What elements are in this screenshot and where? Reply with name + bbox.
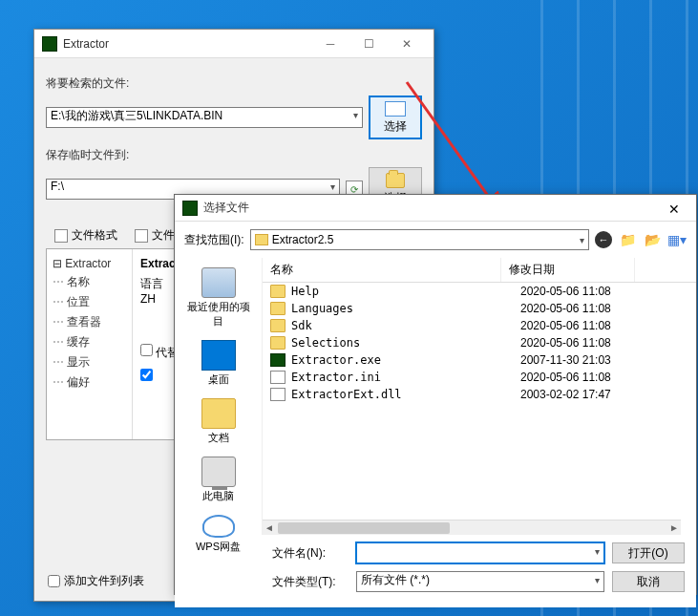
- file-row[interactable]: Help2020-05-06 11:08: [263, 283, 696, 300]
- place-recent[interactable]: 最近使用的项目: [180, 264, 257, 332]
- search-file-label: 将要检索的文件:: [46, 75, 422, 92]
- file-name: Selections: [291, 336, 513, 350]
- app-icon: [42, 36, 57, 52]
- file-date: 2007-11-30 21:03: [513, 353, 646, 367]
- minimize-button[interactable]: ─: [311, 31, 349, 57]
- add-to-list-checkbox[interactable]: [48, 575, 60, 587]
- file-name: Extractor.exe: [291, 353, 513, 367]
- file-name: Extractor.ini: [291, 371, 513, 384]
- tree-item-name[interactable]: 名称: [53, 272, 126, 292]
- tree-item-viewer[interactable]: 查看器: [53, 312, 126, 332]
- main-titlebar: Extractor ─ ☐ ✕: [34, 30, 434, 58]
- search-path-input[interactable]: E:\我的游戏\真三5\LINKDATA.BIN: [46, 107, 363, 128]
- open-button[interactable]: 打开(O): [612, 542, 685, 563]
- horizontal-scrollbar[interactable]: [263, 520, 681, 535]
- place-documents[interactable]: 文档: [180, 394, 257, 449]
- pc-icon: [201, 457, 236, 487]
- tree-item-preference[interactable]: 偏好: [53, 372, 126, 393]
- documents-icon: [201, 398, 236, 429]
- exe-icon: [270, 353, 286, 367]
- file-date: 2020-05-06 11:08: [513, 302, 646, 315]
- column-name[interactable]: 名称: [263, 258, 501, 282]
- options-tree: ⊟ Extractor 名称 位置 查看器 缓存 显示 偏好: [47, 249, 133, 439]
- column-date[interactable]: 修改日期: [501, 258, 635, 282]
- ini-icon: [270, 371, 286, 384]
- back-button[interactable]: ←: [595, 231, 612, 248]
- tree-item-display[interactable]: 显示: [53, 352, 126, 372]
- place-thispc[interactable]: 此电脑: [180, 453, 257, 507]
- dialog-close-button[interactable]: ✕: [660, 199, 688, 220]
- file-row[interactable]: Languages2020-05-06 11:08: [263, 300, 696, 317]
- lookin-label: 查找范围(I):: [184, 232, 244, 248]
- list-header: 名称 修改日期: [263, 258, 696, 283]
- dialog-toolbar: 查找范围(I): Extractor2.5 ▾ ← 📁 📂 ▦▾: [175, 222, 696, 258]
- tree-item-location[interactable]: 位置: [53, 292, 126, 312]
- file-name: Languages: [291, 302, 513, 315]
- folder-icon: [270, 336, 286, 350]
- add-to-list-label: 添加文件到列表: [64, 573, 144, 589]
- dll-icon: [270, 388, 286, 401]
- file-date: 2020-05-06 11:08: [513, 319, 646, 332]
- envelope-icon: [385, 101, 406, 117]
- page-icon: [54, 229, 68, 243]
- filetype-label: 文件类型(T):: [272, 574, 349, 590]
- file-date: 2020-05-06 11:08: [513, 371, 646, 384]
- folder-icon: [270, 302, 286, 315]
- dialog-title: 选择文件: [203, 200, 688, 216]
- new-folder-button[interactable]: 📂: [643, 230, 662, 249]
- place-desktop[interactable]: 桌面: [180, 336, 257, 391]
- close-button[interactable]: ✕: [388, 31, 426, 57]
- file-row[interactable]: Sdk2020-05-06 11:08: [263, 317, 696, 334]
- folder-open-icon: [386, 173, 405, 188]
- file-list: 名称 修改日期 Help2020-05-06 11:08Languages202…: [263, 258, 696, 535]
- checkbox-2[interactable]: [140, 369, 153, 381]
- file-open-dialog: 选择文件 ✕ 查找范围(I): Extractor2.5 ▾ ← 📁 📂 ▦▾ …: [174, 194, 697, 595]
- folder-icon: [270, 319, 286, 332]
- replace-checkbox[interactable]: [140, 344, 153, 356]
- cancel-button[interactable]: 取消: [612, 571, 685, 592]
- file-date: 2003-02-02 17:47: [513, 388, 646, 401]
- dialog-app-icon: [182, 201, 198, 216]
- file-row[interactable]: Selections2020-05-06 11:08: [263, 334, 696, 351]
- filetype-combo[interactable]: 所有文件 (*.*): [356, 571, 604, 592]
- file-row[interactable]: ExtractorExt.dll2003-02-02 17:47: [263, 386, 696, 403]
- file-date: 2020-05-06 11:08: [513, 336, 646, 350]
- file-date: 2020-05-06 11:08: [513, 285, 646, 298]
- location-combo[interactable]: Extractor2.5 ▾: [250, 229, 589, 250]
- window-title: Extractor: [63, 37, 311, 51]
- maximize-button[interactable]: ☐: [349, 31, 388, 57]
- folder-icon: [270, 285, 286, 298]
- tree-item-cache[interactable]: 缓存: [53, 332, 126, 352]
- file-name: ExtractorExt.dll: [291, 388, 513, 401]
- view-menu-button[interactable]: ▦▾: [667, 230, 687, 249]
- filename-label: 文件名(N):: [272, 545, 349, 562]
- recent-icon: [201, 267, 236, 298]
- place-wps[interactable]: WPS网盘: [180, 511, 257, 558]
- file-name: Sdk: [291, 319, 513, 332]
- tree-root[interactable]: ⊟ Extractor: [53, 255, 126, 272]
- save-temp-label: 保存临时文件到:: [46, 147, 422, 163]
- filename-input[interactable]: [356, 542, 604, 563]
- places-bar: 最近使用的项目 桌面 文档 此电脑 WPS网盘: [175, 258, 263, 535]
- cloud-icon: [202, 515, 235, 538]
- desktop-icon: [201, 340, 236, 371]
- file-row[interactable]: Extractor.exe2007-11-30 21:03: [263, 351, 696, 369]
- folder-icon: [255, 234, 268, 245]
- file-name: Help: [291, 285, 513, 298]
- tab-file-format[interactable]: 文件格式: [46, 223, 126, 248]
- select-file-button[interactable]: 选择: [369, 96, 422, 139]
- scroll-thumb[interactable]: [278, 522, 450, 534]
- up-folder-button[interactable]: 📁: [618, 230, 637, 249]
- page-icon: [135, 229, 148, 243]
- dialog-titlebar: 选择文件 ✕: [175, 195, 696, 222]
- file-row[interactable]: Extractor.ini2020-05-06 11:08: [263, 369, 696, 386]
